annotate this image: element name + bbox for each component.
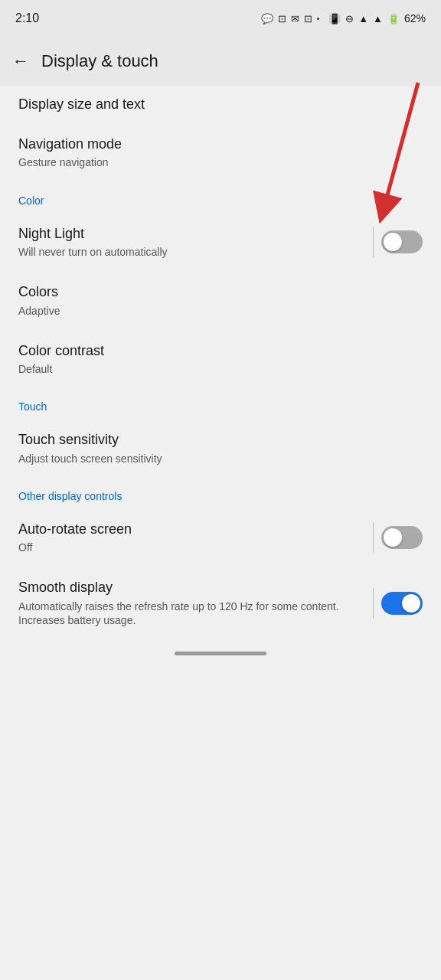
email-icon: ✉ [291,13,299,24]
display-size-text-row[interactable]: Display size and text [0,86,441,123]
color-contrast-title: Color contrast [18,342,423,360]
smooth-display-subtitle: Automatically raises the refresh rate up… [18,599,373,627]
navigation-mode-subtitle: Gesture navigation [18,155,423,169]
navigation-mode-title: Navigation mode [18,136,423,153]
status-time: 2:10 [15,11,39,25]
touch-sensitivity-row[interactable]: Touch sensitivity Adjust touch screen se… [0,419,441,478]
bottom-indicator-container [0,639,441,674]
night-light-subtitle: Will never turn on automatically [18,245,373,259]
toggle-knob [384,233,402,251]
smooth-display-text: Smooth display Automatically raises the … [18,579,373,627]
auto-rotate-toggle-knob [384,528,402,547]
smooth-display-toggle-divider [373,588,374,619]
auto-rotate-text: Auto-rotate screen Off [18,521,373,555]
color-contrast-text: Color contrast Default [18,342,423,377]
page-title: Display & touch [41,51,158,71]
auto-rotate-row[interactable]: Auto-rotate screen Off [0,508,441,567]
color-section-header: Color [0,182,441,213]
auto-rotate-subtitle: Off [18,541,373,554]
colors-text: Colors Adaptive [18,283,423,318]
colors-title: Colors [18,283,423,301]
navigation-mode-text: Navigation mode Gesture navigation [18,136,423,170]
auto-rotate-toggle-container [373,522,423,553]
toggle-divider [373,227,374,257]
dot-icon: • [317,15,320,23]
navigation-mode-row[interactable]: Navigation mode Gesture navigation [0,123,441,182]
night-light-toggle[interactable] [381,230,423,253]
back-button[interactable]: ← [12,51,29,71]
battery-icon: 🔋 [387,13,400,24]
night-light-row[interactable]: Night Light Will never turn on automatic… [0,213,441,272]
colors-subtitle: Adaptive [18,304,423,318]
auto-rotate-toggle[interactable] [381,526,423,549]
colors-row[interactable]: Colors Adaptive [0,271,441,330]
night-light-toggle-container [373,227,423,257]
vibrate-icon: 📳 [328,13,341,24]
color-contrast-row[interactable]: Color contrast Default [0,330,441,389]
messenger-icon: 💬 [261,13,273,24]
smooth-display-title: Smooth display [18,579,373,596]
wifi-icon: ▲ [358,13,368,24]
smooth-display-row[interactable]: Smooth display Automatically raises the … [0,567,441,639]
smooth-display-toggle-container [373,588,423,619]
night-light-container: Night Light Will never turn on automatic… [0,213,441,272]
signal-icon: ▲ [373,13,383,24]
dnd-icon: ⊖ [345,13,354,24]
smooth-display-toggle[interactable] [381,592,423,615]
home-indicator[interactable] [175,652,266,655]
status-icons: 💬 ⊡ ✉ ⊡ • 📳 ⊖ ▲ ▲ 🔋 62% [261,12,426,24]
color-contrast-subtitle: Default [18,362,423,376]
notification-icon: ⊡ [304,13,312,24]
status-bar: 2:10 💬 ⊡ ✉ ⊡ • 📳 ⊖ ▲ ▲ 🔋 62% [0,0,441,37]
night-light-title: Night Light [18,225,373,243]
settings-content: Display size and text Navigation mode Ge… [0,86,441,639]
auto-rotate-title: Auto-rotate screen [18,521,373,538]
other-display-section-header: Other display controls [0,478,441,508]
battery-percent: 62% [404,12,426,24]
night-light-text: Night Light Will never turn on automatic… [18,225,373,260]
touch-section-header: Touch [0,388,441,419]
touch-sensitivity-subtitle: Adjust touch screen sensitivity [18,452,423,466]
touch-sensitivity-text: Touch sensitivity Adjust touch screen se… [18,431,423,466]
screenshot-icon: ⊡ [278,13,286,24]
touch-sensitivity-title: Touch sensitivity [18,431,423,449]
display-size-text-title: Display size and text [18,96,423,113]
auto-rotate-toggle-divider [373,522,374,553]
top-bar: ← Display & touch [0,37,441,86]
smooth-display-toggle-knob [402,594,420,612]
